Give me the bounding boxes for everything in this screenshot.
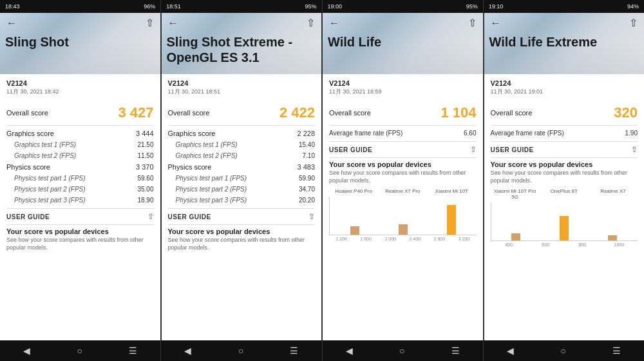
status-bar-2: 18:51 95% [161,0,322,13]
share-icon-ug-2[interactable]: ⇧ [308,212,315,221]
chart-label-4-1: OnePlus 8T [540,188,589,200]
overall-value-3: 1 104 [440,104,476,121]
menu-nav-2[interactable]: ☰ [290,346,298,356]
gfx-test1-label-2: Graphics test 1 (FPS) [168,141,238,148]
popular-title-4: Your score vs popular devices [491,161,638,168]
x-label-4-2: 800 [564,242,601,247]
graphics-score-row-1: Graphics score 3 444 [6,128,154,139]
panel-content-4: V2124 11月 30, 2021 19:01 Overall score 3… [484,74,645,340]
bottom-nav-4: ◀ ○ ☰ [484,340,644,361]
phys-test2-value-1: 35.00 [137,186,153,193]
popular-title-1: Your score vs popular devices [6,228,154,235]
gfx-test1-row-2: Graphics test 1 (FPS) 15.40 [168,139,316,150]
user-guide-2: USER GUIDE ⇧ [168,208,316,225]
user-guide-1: USER GUIDE ⇧ [6,208,154,225]
chart-label-4-0: Xiaomi Mi 10T Pro 5G [491,188,540,200]
popular-title-2: Your score vs popular devices [168,228,316,235]
share-icon-1[interactable]: ⇧ [144,15,155,30]
home-nav-3[interactable]: ○ [399,346,404,356]
home-nav-4[interactable]: ○ [560,346,565,356]
status-bar-1: 18:43 96% [0,0,161,13]
bottom-nav-2: ◀ ○ ☰ [161,340,322,361]
panel-content-1: V2124 11月 30, 2021 18:42 Overall score 3… [0,74,160,340]
graphics-label-2: Graphics score [168,130,216,137]
chart-bar-group-3-1 [379,224,426,235]
phys-test2-label-1: Physics test part 2 (FPS) [6,186,86,193]
header-nav-1: ← ⇧ [5,15,155,30]
back-icon-3[interactable]: ← [328,16,341,30]
x-label-4-1: 600 [527,242,564,247]
graphics-value-2: 2 228 [297,130,315,137]
panel-title-3: Wild Life [328,34,478,50]
phys-test1-label-1: Physics test part 1 (FPS) [6,175,86,182]
battery-3: 95% [466,3,478,10]
back-nav-3[interactable]: ◀ [346,346,353,356]
chart-labels-3: Huawei P40 Pro Realme X7 Pro Xiaomi Mi 1… [329,188,477,194]
gfx-test1-row-1: Graphics test 1 (FPS) 21.50 [6,139,154,150]
overall-label-3: Overall score [329,109,371,117]
bottom-navs: ◀ ○ ☰ ◀ ○ ☰ ◀ ○ ☰ ◀ ○ ☰ [0,340,644,361]
menu-nav-3[interactable]: ☰ [451,346,460,356]
x-label-4-3: 1000 [601,242,638,247]
chart-area-4: Xiaomi Mi 10T Pro 5G OnePlus 8T Realme X… [491,188,638,247]
back-nav-1[interactable]: ◀ [23,346,30,356]
panel-header-1: ← ⇧ Sling Shot [0,13,160,74]
phys-test3-row-1: Physics test part 3 (FPS) 18.90 [6,195,154,206]
version-2: V2124 [168,79,316,87]
main-panels: ← ⇧ Sling Shot V2124 11月 30, 2021 18:42 … [0,13,644,340]
chart-bars-4 [491,202,638,241]
chart-x-labels-4: 4006008001000 [491,242,638,247]
panel-title-1: Sling Shot [5,34,155,50]
panel-header-3: ← ⇧ Wild Life [323,13,483,74]
chart-bar-3-0 [350,226,359,235]
overall-label-4: Overall score [491,109,533,117]
overall-score-row-2: Overall score 2 422 [168,102,316,123]
divider-3a [329,125,477,126]
panel-title-2: Sling Shot Extreme - OpenGL ES 3.1 [167,34,317,65]
panel-wild-life: ← ⇧ Wild Life V2124 11月 30, 2021 18:59 O… [323,13,484,340]
panel-sling-shot-extreme: ← ⇧ Sling Shot Extreme - OpenGL ES 3.1 V… [162,13,323,340]
share-icon-ug-3[interactable]: ⇧ [470,145,477,154]
fps-value-4: 1.90 [625,130,638,137]
gfx-test2-value-2: 7.10 [303,152,315,159]
share-icon-2[interactable]: ⇧ [305,15,316,30]
share-icon-ug-4[interactable]: ⇧ [631,145,638,154]
phys-test3-row-2: Physics test part 3 (FPS) 20.20 [168,195,316,206]
back-icon-2[interactable]: ← [167,16,180,30]
chart-area-3: Huawei P40 Pro Realme X7 Pro Xiaomi Mi 1… [329,188,477,241]
back-nav-2[interactable]: ◀ [184,346,191,356]
menu-nav-4[interactable]: ☰ [612,346,621,356]
back-icon-1[interactable]: ← [5,16,18,30]
share-icon-3[interactable]: ⇧ [467,15,478,30]
overall-score-row-4: Overall score 320 [491,102,638,123]
chart-bar-group-4-0 [493,233,540,240]
chart-label-3-1: Realme X7 Pro [378,188,427,194]
gfx-test1-value-2: 15.40 [299,141,315,148]
chart-bar-4-1 [560,216,569,241]
share-icon-4[interactable]: ⇧ [628,15,639,30]
menu-nav-1[interactable]: ☰ [129,346,137,356]
popular-desc-2: See how your score compares with results… [168,237,316,251]
physics-score-row-1: Physics score 3 370 [6,161,154,173]
gfx-test2-label-1: Graphics test 2 (FPS) [6,152,76,159]
popular-desc-1: See how your score compares with results… [6,237,154,251]
version-1: V2124 [6,79,154,87]
time-1: 18:43 [5,3,20,10]
x-label-3-0: 1 200 [329,237,354,241]
home-nav-2[interactable]: ○ [238,346,243,356]
physics-score-row-2: Physics score 3 483 [168,161,316,173]
home-nav-1[interactable]: ○ [77,346,82,356]
back-icon-4[interactable]: ← [489,16,502,30]
battery-4: 94% [627,3,639,10]
overall-value-2: 2 422 [279,104,315,121]
x-label-3-2: 2 000 [378,237,402,241]
share-icon-ug-1[interactable]: ⇧ [147,212,154,221]
header-nav-2: ← ⇧ [167,15,317,30]
bottom-nav-3: ◀ ○ ☰ [323,340,484,361]
physics-value-1: 3 370 [136,163,154,171]
chart-bar-group-4-2 [589,235,636,240]
back-nav-4[interactable]: ◀ [507,346,514,356]
date-3: 11月 30, 2021 18:59 [329,88,477,96]
phys-test1-value-2: 59.90 [299,175,315,182]
date-2: 11月 30, 2021 18:51 [168,88,316,96]
